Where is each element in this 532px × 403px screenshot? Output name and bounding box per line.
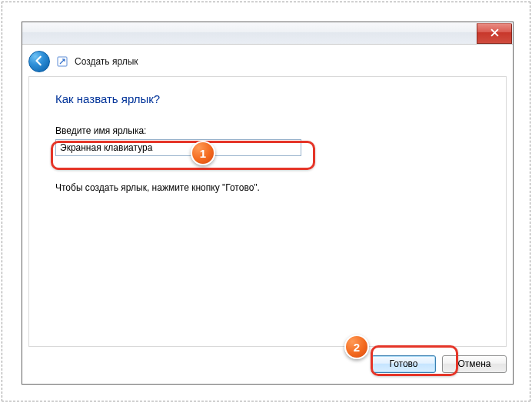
titlebar xyxy=(22,22,513,45)
header: Создать ярлык xyxy=(22,45,513,74)
shortcut-name-input[interactable] xyxy=(55,139,301,156)
wizard-title: Создать ярлык xyxy=(75,56,138,67)
shortcut-icon xyxy=(56,55,68,68)
finish-button[interactable]: Готово xyxy=(371,355,436,373)
content-panel: Как назвать ярлык? Введите имя ярлыка: Ч… xyxy=(28,76,507,347)
close-icon xyxy=(490,28,500,39)
input-label: Введите имя ярлыка: xyxy=(55,125,480,136)
back-button[interactable] xyxy=(28,51,50,72)
hint-text: Чтобы создать ярлык, нажмите кнопку "Гот… xyxy=(55,182,480,193)
close-button[interactable] xyxy=(477,23,512,44)
page-heading: Как назвать ярлык? xyxy=(55,92,480,105)
footer: Готово Отмена xyxy=(28,350,507,378)
cancel-button[interactable]: Отмена xyxy=(442,355,507,373)
wizard-window: Создать ярлык Как назвать ярлык? Введите… xyxy=(22,22,514,385)
back-arrow-icon xyxy=(34,55,45,68)
